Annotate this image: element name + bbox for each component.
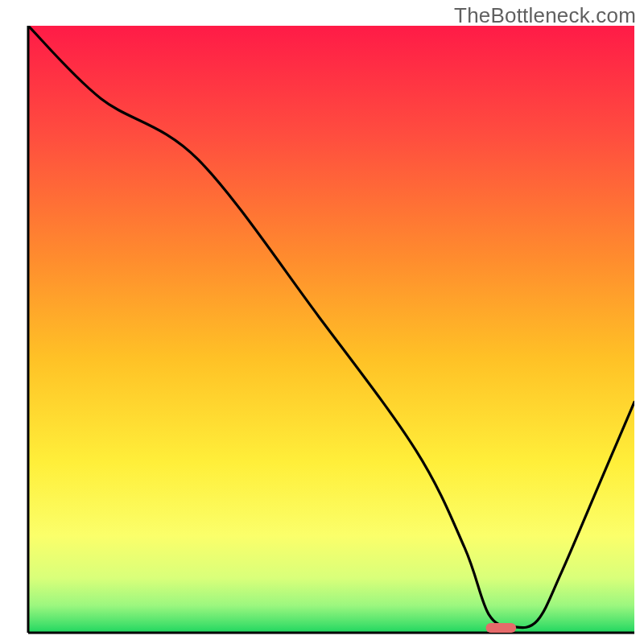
bottleneck-chart xyxy=(0,0,644,644)
watermark-text: TheBottleneck.com xyxy=(454,3,636,28)
chart-stage: TheBottleneck.com xyxy=(0,0,644,644)
gradient-background xyxy=(28,26,634,633)
minimum-marker xyxy=(486,623,517,633)
